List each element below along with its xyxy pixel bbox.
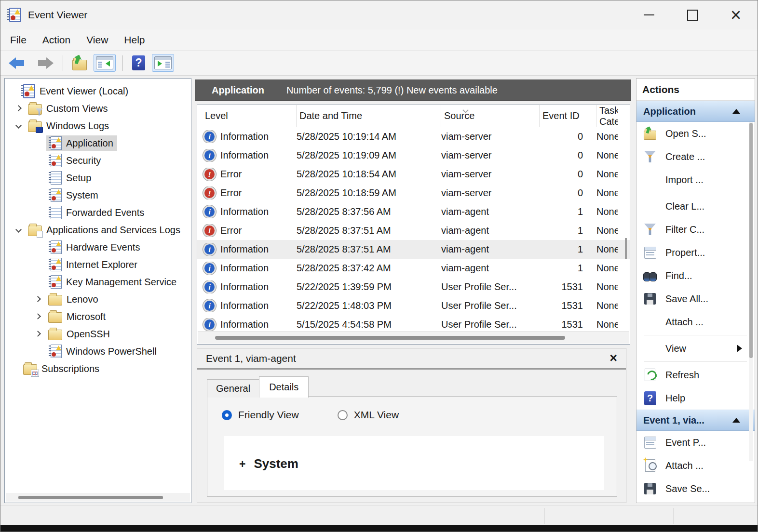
forward-arrow-icon: [36, 57, 54, 69]
event-list: Level Date and Time Source Event ID Task…: [197, 105, 630, 345]
action-view-submenu[interactable]: View: [636, 337, 755, 360]
action-event-properties[interactable]: Event P...: [636, 431, 755, 454]
event-rows: Information 5/28/2025 10:19:14 AM viam-s…: [197, 127, 630, 334]
action-save-selected-events[interactable]: Save Se...: [636, 477, 755, 500]
close-details-icon[interactable]: [609, 352, 617, 365]
menu-help[interactable]: Help: [124, 34, 145, 46]
tree-item-openssh[interactable]: OpenSSH: [5, 325, 191, 343]
tree-horizontal-scrollbar[interactable]: [6, 493, 190, 502]
back-button[interactable]: [6, 55, 29, 71]
event-row[interactable]: Information 5/28/2025 10:19:14 AM viam-s…: [197, 127, 630, 146]
expand-chevron-icon[interactable]: [35, 296, 41, 302]
tab-general[interactable]: General: [207, 379, 259, 398]
vertical-scrollbar-thumb[interactable]: [625, 238, 627, 259]
friendly-view-radio[interactable]: [222, 410, 232, 420]
action-create-custom-view[interactable]: Create ...: [636, 145, 755, 168]
event-row[interactable]: Error 5/28/2025 10:18:54 AM viam-server …: [197, 165, 630, 184]
column-header-level[interactable]: Level: [202, 105, 297, 127]
folder-icon: [48, 312, 62, 323]
forward-button[interactable]: [33, 55, 56, 71]
action-open-saved-log[interactable]: Open S...: [636, 122, 755, 145]
action-refresh[interactable]: Refresh: [636, 363, 755, 386]
actions-section-event[interactable]: Event 1, via...: [636, 410, 755, 431]
tree-item-lenovo[interactable]: Lenovo: [5, 291, 191, 308]
show-hide-action-pane-button[interactable]: [152, 54, 174, 72]
information-icon: [203, 205, 216, 218]
action-filter-current-log[interactable]: Filter C...: [636, 218, 755, 241]
tree-item-hardware-events[interactable]: Hardware Events: [5, 239, 191, 256]
scrollbar-thumb[interactable]: [215, 336, 565, 340]
expand-chevron-icon[interactable]: [35, 313, 41, 319]
tree-item-key-management-service[interactable]: Key Management Service: [5, 273, 191, 291]
action-save-all-events[interactable]: Save All...: [636, 287, 755, 310]
action-attach-task-to-event[interactable]: Attach ...: [636, 454, 755, 477]
show-hide-console-tree-button[interactable]: [94, 54, 116, 72]
expand-chevron-icon[interactable]: [35, 331, 41, 337]
event-row[interactable]: Information 5/28/2025 8:37:42 AM viam-ag…: [197, 259, 630, 278]
tree-item-windows-logs[interactable]: Windows Logs: [5, 117, 191, 134]
action-clear-log[interactable]: Clear L...: [636, 195, 755, 218]
tree-item-forwarded-events[interactable]: Forwarded Events: [5, 204, 191, 221]
tree-item-subscriptions[interactable]: Subscriptions: [5, 360, 191, 377]
minimize-button[interactable]: [627, 0, 671, 29]
action-find[interactable]: Find...: [636, 264, 755, 287]
scrollbar-thumb[interactable]: [18, 496, 163, 499]
help-button[interactable]: [130, 53, 148, 73]
view-mode-row: Friendly View XML View: [207, 397, 617, 421]
help-icon: [132, 55, 145, 70]
log-name: Application: [212, 85, 264, 96]
status-bar: [0, 505, 758, 526]
log-icon: [51, 275, 62, 289]
expand-plus-icon[interactable]: +: [239, 458, 245, 470]
menu-action[interactable]: Action: [42, 34, 70, 46]
action-import-custom-view[interactable]: Import ...: [636, 168, 755, 191]
column-header-task-category[interactable]: Task Category: [596, 105, 618, 127]
folder-icon: [48, 295, 62, 306]
actions-section-application[interactable]: Application: [636, 101, 755, 122]
close-button[interactable]: [714, 0, 758, 29]
details-tabs: General Details: [207, 376, 309, 398]
tree-item-setup[interactable]: Setup: [5, 169, 191, 186]
column-header-date-time[interactable]: Date and Time: [297, 105, 441, 127]
event-row[interactable]: Information 5/28/2025 10:19:09 AM viam-s…: [197, 146, 630, 165]
collapse-chevron-icon[interactable]: [15, 226, 22, 233]
refresh-icon: [645, 369, 655, 381]
tree-item-microsoft[interactable]: Microsoft: [5, 308, 191, 325]
menu-file[interactable]: File: [10, 34, 27, 46]
expand-chevron-icon[interactable]: [15, 105, 22, 111]
event-list-horizontal-scrollbar[interactable]: [198, 331, 629, 344]
column-header-source[interactable]: Source: [441, 105, 540, 127]
maximize-button[interactable]: [671, 0, 714, 29]
export-log-button[interactable]: [70, 53, 89, 73]
tree-item-security[interactable]: Security: [5, 152, 191, 169]
actions-vertical-scrollbar[interactable]: [749, 122, 753, 461]
xml-view-radio[interactable]: [338, 410, 348, 420]
save-icon: [644, 293, 656, 305]
event-row[interactable]: Information 5/28/2025 8:37:56 AM viam-ag…: [197, 202, 630, 221]
action-attach-task[interactable]: Attach ...: [636, 310, 755, 333]
friendly-view-label: Friendly View: [238, 409, 299, 421]
log-summary: Number of events: 5,799 (!) New events a…: [286, 85, 498, 96]
tree-item-event-viewer-local[interactable]: Event Viewer (Local): [5, 82, 191, 100]
event-row[interactable]: Error 5/28/2025 8:37:51 AM viam-agent 1 …: [197, 221, 630, 240]
menu-view[interactable]: View: [86, 34, 108, 46]
scrollbar-thumb[interactable]: [749, 123, 753, 358]
tree-item-custom-views[interactable]: Custom Views: [5, 100, 191, 117]
event-row-selected[interactable]: Information 5/28/2025 8:37:51 AM viam-ag…: [197, 240, 630, 259]
event-row[interactable]: Information 5/22/2025 1:39:59 PM User Pr…: [197, 278, 630, 296]
tree-item-application[interactable]: Application: [5, 134, 191, 152]
collapse-chevron-icon[interactable]: [15, 122, 22, 129]
tab-details[interactable]: Details: [259, 376, 309, 398]
tree-item-system[interactable]: System: [5, 186, 191, 204]
event-row[interactable]: Error 5/28/2025 10:18:59 AM viam-server …: [197, 184, 630, 202]
action-help[interactable]: Help: [636, 386, 755, 410]
column-header-event-id[interactable]: Event ID: [540, 105, 596, 127]
tree-item-internet-explorer[interactable]: Internet Explorer: [5, 256, 191, 273]
system-node[interactable]: +System: [224, 436, 604, 471]
tree-item-windows-powershell[interactable]: Windows PowerShell: [5, 343, 191, 360]
action-properties[interactable]: Propert...: [636, 241, 755, 264]
window-title: Event Viewer: [28, 9, 87, 21]
event-row[interactable]: Information 5/22/2025 1:48:03 PM User Pr…: [197, 296, 630, 315]
friendly-view-content: +System: [224, 436, 604, 490]
tree-item-apps-and-services-logs[interactable]: Applications and Services Logs: [5, 221, 191, 239]
